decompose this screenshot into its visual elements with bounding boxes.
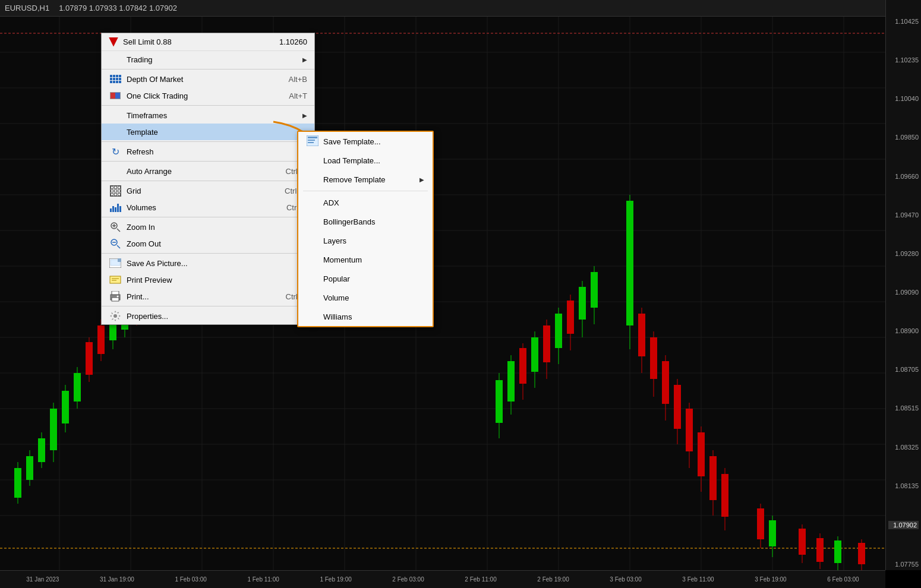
svg-rect-93 [531, 337, 538, 372]
separator-1 [102, 69, 314, 69]
time-6: 2 Feb 03:00 [392, 576, 424, 583]
svg-rect-43 [97, 325, 105, 354]
submenu-save-template[interactable]: Save Template... [298, 132, 433, 151]
properties-label: Properties... [127, 312, 286, 321]
menu-item-zoomin[interactable]: Zoom In + [102, 219, 314, 235]
volume-icon [307, 292, 318, 304]
svg-rect-101 [579, 287, 586, 320]
price-level-1: 1.10425 [888, 18, 919, 25]
menu-item-refresh[interactable]: ↻ Refresh [102, 143, 314, 160]
dom-label: Depth Of Market [127, 75, 277, 84]
popular-label: Popular [323, 274, 350, 283]
print-label: Print... [127, 292, 274, 301]
template-menu-icon [109, 127, 122, 137]
submenu-volume[interactable]: Volume [298, 288, 433, 307]
ohlc-info: 1.07879 1.07933 1.07842 1.07902 [59, 4, 177, 12]
svg-rect-143 [118, 258, 121, 262]
print-preview-icon [109, 274, 122, 285]
svg-rect-103 [591, 272, 598, 308]
price-level-2: 1.10235 [888, 56, 919, 64]
remove-template-arrow: ▶ [420, 176, 424, 183]
save-template-label: Save Template... [323, 137, 381, 146]
time-10: 3 Feb 11:00 [682, 576, 714, 583]
menu-item-savepic[interactable]: Save As Picture... [102, 255, 314, 271]
remove-template-label: Remove Template [323, 175, 386, 184]
price-level-5: 1.09660 [888, 173, 919, 180]
submenu-williams[interactable]: Williams [298, 307, 433, 326]
svg-rect-148 [112, 291, 119, 295]
dom-shortcut: Alt+B [289, 75, 307, 84]
svg-rect-109 [650, 337, 657, 379]
refresh-label: Refresh [127, 147, 307, 156]
save-template-icon [307, 135, 318, 147]
svg-rect-37 [62, 391, 69, 423]
submenu-popular[interactable]: Popular [298, 269, 433, 288]
savepic-label: Save As Picture... [127, 259, 307, 268]
menu-item-properties[interactable]: Properties... F8 [102, 308, 314, 324]
time-11: 3 Feb 19:00 [755, 576, 786, 583]
svg-rect-87 [496, 380, 503, 423]
template-separator-1 [303, 191, 428, 191]
volumes-label: Volumes [127, 203, 275, 212]
submenu-bollinger[interactable]: BollingerBands [298, 212, 433, 231]
load-template-label: Load Template... [323, 156, 380, 165]
price-level-13: 1.08135 [888, 482, 919, 489]
menu-item-zoomout[interactable]: Zoom Out - [102, 235, 314, 252]
svg-rect-29 [14, 468, 21, 498]
menu-item-volumes[interactable]: Volumes Ctrl+L [102, 199, 314, 216]
price-level-7: 1.09280 [888, 250, 919, 257]
svg-rect-115 [686, 409, 693, 451]
svg-rect-105 [626, 201, 633, 325]
load-template-icon [307, 154, 318, 166]
time-5: 1 Feb 19:00 [320, 576, 351, 583]
price-level-3: 1.10040 [888, 95, 919, 102]
svg-rect-35 [50, 409, 57, 450]
submenu-adx[interactable]: ADX [298, 193, 433, 212]
separator-8 [102, 306, 314, 306]
menu-item-grid[interactable]: Grid Ctrl+G [102, 182, 314, 199]
sell-limit-label: Sell Limit 0.88 [123, 37, 279, 46]
popular-icon [307, 273, 318, 284]
svg-rect-149 [112, 298, 119, 301]
menu-item-autoarrange[interactable]: Auto Arrange Ctrl+A [102, 163, 314, 179]
grid-icon [109, 185, 122, 196]
bollinger-label: BollingerBands [323, 217, 375, 226]
svg-rect-123 [757, 508, 764, 539]
price-level-4: 1.09850 [888, 134, 919, 141]
time-12: 6 Feb 03:00 [827, 576, 859, 583]
trading-label: Trading [127, 55, 298, 64]
submenu-load-template[interactable]: Load Template... [298, 151, 433, 170]
print-icon [109, 291, 122, 302]
oct-label: One Click Trading [127, 91, 277, 100]
menu-item-trading[interactable]: Trading ▶ [102, 51, 314, 68]
menu-item-oct[interactable]: One Click Trading Alt+T [102, 87, 314, 104]
williams-icon [307, 311, 318, 323]
menu-item-timeframes[interactable]: Timeframes ▶ [102, 107, 314, 124]
trading-icon [109, 54, 122, 65]
oct-icon [109, 90, 122, 101]
chart-header: EURUSD,H1 1.07879 1.07933 1.07842 1.0790… [0, 0, 885, 17]
zoomin-label: Zoom In [127, 223, 291, 232]
menu-item-printprev[interactable]: Print Preview [102, 271, 314, 288]
time-1: 31 Jan 2023 [26, 576, 59, 583]
template-label: Template [127, 128, 298, 137]
refresh-icon: ↻ [109, 146, 122, 157]
menu-item-print[interactable]: Print... Ctrl+P [102, 288, 314, 305]
svg-rect-89 [507, 361, 515, 402]
submenu-layers[interactable]: Layers [298, 231, 433, 250]
svg-line-139 [117, 245, 120, 248]
separator-4 [102, 161, 314, 162]
sell-limit-item[interactable]: Sell Limit 0.88 1.10260 [102, 33, 314, 51]
submenu-remove-template[interactable]: Remove Template ▶ [298, 170, 433, 189]
submenu-momentum[interactable]: Momentum [298, 250, 433, 269]
menu-item-dom[interactable]: Depth Of Market Alt+B [102, 71, 314, 87]
menu-item-template[interactable]: Template ▶ [102, 124, 314, 140]
svg-rect-31 [26, 456, 33, 480]
time-9: 3 Feb 03:00 [610, 576, 641, 583]
properties-icon [109, 311, 122, 321]
svg-rect-33 [38, 438, 45, 462]
remove-template-icon [307, 173, 318, 185]
trading-arrow: ▶ [302, 56, 307, 63]
momentum-icon [307, 254, 318, 265]
time-8: 2 Feb 19:00 [537, 576, 569, 583]
